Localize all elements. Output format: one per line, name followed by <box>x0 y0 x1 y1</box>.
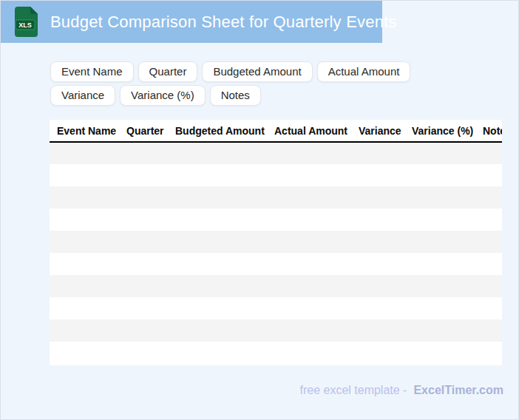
column-chip[interactable]: Budgeted Amount <box>202 61 312 82</box>
column-chip[interactable]: Variance <box>50 85 115 106</box>
table-cell <box>119 275 168 297</box>
table-cell <box>351 186 404 209</box>
table-cell <box>404 253 475 275</box>
table-row <box>50 142 502 164</box>
table-cell <box>168 319 267 342</box>
table-cell <box>267 297 351 319</box>
table-header-cell: Budgeted Amount <box>168 120 267 142</box>
table-cell <box>267 275 351 297</box>
table-cell <box>475 275 502 297</box>
table-cell <box>351 209 404 231</box>
table-body <box>50 142 502 364</box>
table-cell <box>475 297 502 319</box>
table-row <box>50 342 502 364</box>
table-cell <box>119 342 168 364</box>
table-cell <box>475 142 502 164</box>
table-header-cell: Variance <box>351 120 404 142</box>
table-cell <box>351 231 404 253</box>
table-cell <box>119 253 168 275</box>
column-chip[interactable]: Variance (%) <box>120 85 206 106</box>
table-cell <box>267 142 351 164</box>
table-cell <box>475 209 502 231</box>
table-cell <box>404 297 475 319</box>
footer-brand-link[interactable]: ExcelTimer.com <box>413 384 503 396</box>
table-cell <box>267 253 351 275</box>
table-cell <box>351 275 404 297</box>
table-cell <box>475 253 502 275</box>
table-cell <box>351 319 404 342</box>
footer-text: free excel template - <box>299 384 407 396</box>
table-cell <box>267 342 351 364</box>
table-header-cell: Variance (%) <box>404 120 475 142</box>
column-chip[interactable]: Notes <box>210 85 261 106</box>
table-cell <box>404 275 475 297</box>
header-bar: XLS Budget Comparison Sheet for Quarterl… <box>1 1 382 43</box>
table-cell <box>404 164 475 186</box>
table-row <box>50 275 502 297</box>
table-cell <box>404 342 475 364</box>
table-row <box>50 164 502 186</box>
table-cell <box>50 164 119 186</box>
column-chip[interactable]: Quarter <box>138 61 198 82</box>
table-cell <box>119 231 168 253</box>
table-cell <box>168 342 267 364</box>
table-cell <box>119 319 168 342</box>
table-cell <box>267 231 351 253</box>
table-cell <box>50 231 119 253</box>
table-header-cell: Event Name <box>50 120 119 142</box>
table-header-cell: Quarter <box>119 120 168 142</box>
table-cell <box>475 164 502 186</box>
table-cell <box>267 209 351 231</box>
table-cell <box>119 186 168 209</box>
table-cell <box>351 342 404 364</box>
table-cell <box>475 342 502 364</box>
table-cell <box>119 209 168 231</box>
table-cell <box>50 297 119 319</box>
table-cell <box>267 319 351 342</box>
table-header-row: Event NameQuarterBudgeted AmountActual A… <box>50 120 502 142</box>
table-cell <box>168 209 267 231</box>
budget-table: Event NameQuarterBudgeted AmountActual A… <box>50 120 502 364</box>
table-cell <box>50 275 119 297</box>
table-cell <box>119 297 168 319</box>
table-cell <box>404 142 475 164</box>
table-cell <box>404 319 475 342</box>
table-cell <box>267 164 351 186</box>
table-cell <box>119 142 168 164</box>
table-cell <box>168 231 267 253</box>
column-chip[interactable]: Event Name <box>50 61 134 82</box>
table-cell <box>168 297 267 319</box>
xls-icon-label: XLS <box>18 21 32 29</box>
table-cell <box>168 275 267 297</box>
table-cell <box>267 186 351 209</box>
table-cell <box>475 186 502 209</box>
table-cell <box>50 342 119 364</box>
xls-file-icon: XLS <box>12 6 40 38</box>
table-row <box>50 186 502 209</box>
table-row <box>50 209 502 231</box>
table-cell <box>351 142 404 164</box>
column-chip[interactable]: Actual Amount <box>317 61 411 82</box>
table-cell <box>50 253 119 275</box>
table-cell <box>404 231 475 253</box>
table-header-cell: Actual Amount <box>267 120 351 142</box>
page: XLS Budget Comparison Sheet for Quarterl… <box>0 0 519 420</box>
table-cell <box>351 253 404 275</box>
table-row <box>50 319 502 342</box>
table-cell <box>168 164 267 186</box>
table-cell <box>475 319 502 342</box>
table-cell <box>50 186 119 209</box>
table-cell <box>50 209 119 231</box>
table-row <box>50 253 502 275</box>
table-cell <box>168 142 267 164</box>
table-cell <box>351 297 404 319</box>
table-cell <box>50 142 119 164</box>
table-row <box>50 297 502 319</box>
table-cell <box>404 186 475 209</box>
table-cell <box>404 209 475 231</box>
table-header-cell: Notes <box>475 120 502 142</box>
table-card: Event NameQuarterBudgeted AmountActual A… <box>50 120 502 365</box>
column-chips: Event NameQuarterBudgeted AmountActual A… <box>50 61 458 106</box>
table-cell <box>119 164 168 186</box>
footer: free excel template -ExcelTimer.com <box>299 384 503 397</box>
